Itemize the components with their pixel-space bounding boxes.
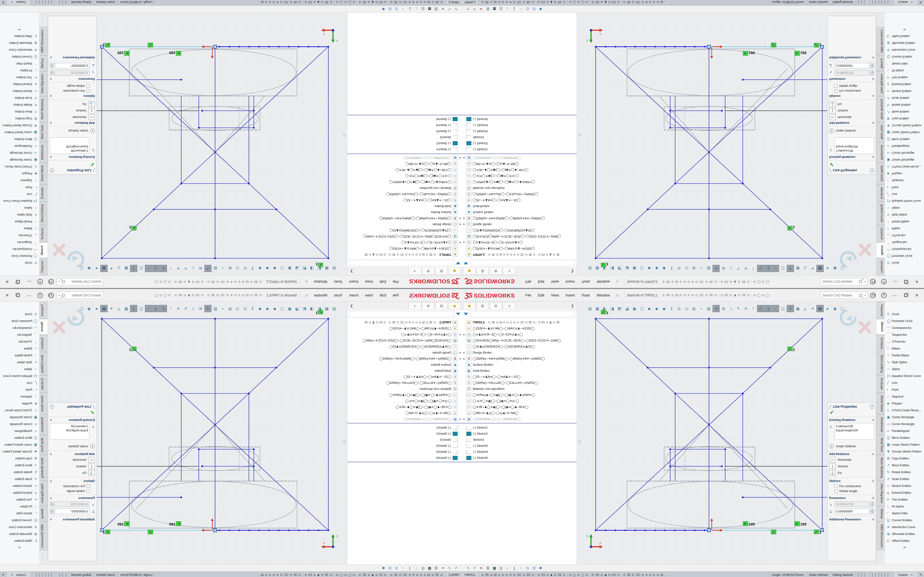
sketch-row[interactable]: Sketch3	[347, 134, 462, 140]
sketch-row[interactable]: (-) Sketch1	[462, 424, 577, 430]
bottom-toolbar-button[interactable]: ▥	[420, 7, 426, 11]
collapse-chevron-icon[interactable]: ∧	[50, 496, 52, 500]
login-button[interactable]	[867, 291, 878, 300]
tree-row[interactable]: ▱ ◯✛Ǝ9∘♟◯✳◉[◯∘◯]◉✳◯♟∘9Ɛ✛◯	[347, 404, 462, 410]
tree-row[interactable]: ▱ ◯∙◎✛◯✳◉[◯∘◯]◉✳◯✛◎∙◯	[462, 398, 577, 404]
sketch-tool-button[interactable]: ⇗ Scale Entities	[885, 95, 924, 102]
panel-expand-chevron-icon[interactable]: ❯	[571, 269, 574, 273]
sketch-tool-button[interactable]: ⊏ Offset Entities	[0, 537, 39, 544]
tree-row[interactable]: ☰ Material <not specified>	[462, 185, 577, 191]
menu-item[interactable]: Window	[593, 292, 613, 299]
bottom-toolbar-button[interactable]: ✒	[478, 7, 485, 11]
tree-row[interactable]: ★ ◯253Ɛ✛∘♟◎ѴАФ◯∘◯ФАѴ◎♟∘✛Ɛ352◯	[347, 246, 462, 252]
sketch-tool-button[interactable]: ▦ Linear Sketch Pattern	[885, 441, 924, 448]
relations-list[interactable]: Collinear108Equal length109	[835, 137, 874, 154]
panel-help-icon[interactable]: ?	[870, 405, 874, 409]
ok-check-button[interactable]: ✔	[48, 160, 97, 168]
checkbox[interactable]	[87, 484, 90, 488]
tree-row[interactable]: ◆ Surface Bodies	[462, 362, 577, 367]
bottom-toolbar-button[interactable]: ▦	[491, 7, 498, 11]
command-tab[interactable]: Weldments	[40, 414, 48, 435]
command-tab[interactable]: Markup	[40, 506, 48, 522]
expand-arrow-icon[interactable]: ▶	[462, 418, 467, 421]
panel-help-icon[interactable]: ?	[50, 168, 54, 172]
command-tab[interactable]: Features	[876, 258, 884, 275]
relation-item[interactable]: Collinear108	[51, 424, 88, 428]
add-vertical-button[interactable]: |Vertical	[50, 108, 95, 113]
command-tab[interactable]: Features	[40, 302, 48, 319]
sketch-row[interactable]: (-) Sketch4	[462, 122, 577, 128]
angle-spinner[interactable]: ▲▼	[50, 63, 54, 68]
bottom-toolbar-button[interactable]: ▥	[420, 566, 426, 570]
sketch-tool-button[interactable]: ◔ Partial Ellipse	[885, 218, 924, 225]
feature-manager-tab[interactable]: ⊞	[476, 302, 489, 309]
length-field[interactable]: 10.88152731	[55, 501, 89, 507]
sketch-tool-button[interactable]: ╤ Extend Entities	[0, 489, 39, 496]
sketch-tool-button[interactable]: ⇗ Scale Entities	[0, 475, 39, 482]
filter-funnel-icon[interactable]	[464, 313, 468, 316]
command-tab[interactable]: Evaluate	[876, 184, 884, 201]
sketch-tool-button[interactable]: ◔ Partial Ellipse	[0, 352, 39, 359]
sketch-tool-button[interactable]: ◍ Silhouette Entities	[885, 530, 924, 537]
sketch-tool-button[interactable]: ∷ Segment	[885, 177, 924, 184]
tree-row[interactable]: Σ ◯25ИN◎∘✛А∪ω3Ɛ◯∘◯Ɛ3ω∪А✛∘◎NИ52◯	[462, 380, 577, 386]
menu-item[interactable]: Edit	[535, 278, 548, 285]
sketch-tool-button[interactable]: ∼ Spline	[885, 366, 924, 372]
search-dropdown-icon[interactable]: ▾	[57, 278, 61, 285]
sketch-tool-button[interactable]: ◡ 3 Point Arc	[0, 338, 39, 345]
sketch-tool-button[interactable]: ▣ Center Rectangle	[885, 414, 924, 421]
bottom-toolbar-button[interactable]: |	[511, 7, 517, 11]
more-tools-chevron-icon[interactable]: ≫	[0, 546, 39, 549]
sketch-tool-button[interactable]: ∼ Spline	[0, 366, 39, 372]
more-tools-chevron-icon[interactable]: ≫	[885, 546, 924, 549]
bottom-toolbar-button[interactable]: ☰	[485, 566, 491, 570]
menu-item[interactable]: Insert	[346, 278, 362, 285]
search-box[interactable]: ▾	[57, 278, 103, 285]
relations-list[interactable]: Collinear108Equal length109	[50, 137, 89, 154]
bottom-toolbar-button[interactable]: ☰	[433, 566, 439, 570]
bottom-toolbar-button[interactable]: ◔	[400, 566, 407, 570]
tree-row[interactable]: ★ ◯253Ɛ✛∘♟◎ѴАФ◯∘◯ФАѴ◎♟∘✛Ɛ352◯	[347, 325, 462, 331]
sketch-tool-button[interactable]: ○ Ellipse	[885, 345, 924, 352]
bottom-toolbar-button[interactable]: ✱	[380, 566, 387, 570]
sketch-tool-button[interactable]: ◯ Perimeter Circle	[885, 253, 924, 259]
sketch-tool-button[interactable]: ▱ Parallelogram	[885, 143, 924, 150]
tree-row[interactable]: ◉ Solid Bodies	[347, 203, 462, 210]
sketch-tool-button[interactable]: ◡ 3 Point Arc	[885, 338, 924, 345]
command-tab[interactable]: Markup	[40, 55, 48, 71]
sketch-tool-button[interactable]: ▣ Center Rectangle	[0, 156, 39, 163]
sketch-tool-button[interactable]: ▭ Corner Rectangle	[0, 150, 39, 156]
sketch-row[interactable]: (-) Sketch1	[347, 147, 462, 153]
sketch-row[interactable]: (-) Sketch4	[347, 122, 462, 128]
filter-funnel-icon[interactable]	[456, 313, 460, 316]
sketch-tool-button[interactable]: ⊏ Offset Entities	[885, 33, 924, 40]
sketch-tool-button[interactable]: ↗ Move Entities	[885, 108, 924, 115]
sketch-tool-button[interactable]: ∿ Style Spline	[885, 211, 924, 218]
collapse-chevron-icon[interactable]: ∧	[872, 496, 874, 500]
sketch-tool-button[interactable]: ◱ Convert Entities	[0, 517, 39, 524]
menu-item[interactable]: File	[522, 278, 535, 285]
angle-spinner[interactable]: ▲▼	[50, 509, 54, 514]
infinite-length-option[interactable]: Infinite length	[50, 84, 90, 88]
sketch-tool-button[interactable]: ⌒ Tangent Arc	[885, 239, 924, 246]
command-tab[interactable]: Surfaces	[876, 335, 884, 352]
sketch-tool-button[interactable]: ❖ Circular Sketch Pattern	[885, 122, 924, 129]
menu-item[interactable]: File	[389, 292, 402, 299]
sketch-tool-button[interactable]: ∼ Spline	[0, 205, 39, 211]
bottom-toolbar-button[interactable]: ▦	[426, 7, 433, 11]
sketch-tool-button[interactable]: ▭ Corner Rectangle	[0, 421, 39, 427]
menu-item[interactable]: Tools	[331, 292, 346, 299]
tree-row[interactable]: ▱ ◯∙◎✛◯✳◉[◯∘◯]◉✳◯✛◎∙◯	[347, 173, 462, 179]
tree-filter-input[interactable]	[349, 260, 454, 266]
sketch-tool-button[interactable]: ◫ Mirror Entities	[885, 136, 924, 143]
sketch-tool-button[interactable]: ⊏ Offset Entities	[885, 537, 924, 544]
sketch-row[interactable]: (-) Sketch5	[347, 128, 462, 134]
bottom-toolbar-button[interactable]: ✒	[439, 7, 446, 11]
help-button[interactable]: ?	[35, 278, 46, 286]
expand-arrow-icon[interactable]: ▶	[462, 242, 467, 244]
tree-row[interactable]: ◉ Solid Bodies	[347, 367, 462, 374]
menu-item[interactable]: Insert	[562, 278, 578, 285]
tree-row[interactable]: ▱ ◯✛Ǝ9∘♟◯✳◉[◯∘◯]◉✳◯♟∘9Ɛ✛◯	[462, 404, 577, 410]
bottom-toolbar-button[interactable]: ◷	[393, 566, 400, 570]
collapse-chevron-icon[interactable]: ∧	[872, 121, 874, 125]
